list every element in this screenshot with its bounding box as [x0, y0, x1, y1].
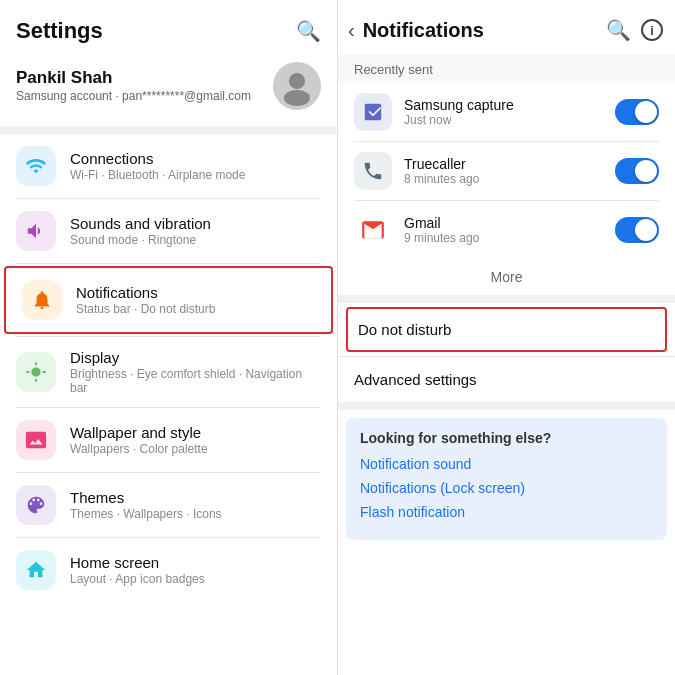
wallpaper-sub: Wallpapers · Color palette	[70, 442, 321, 456]
avatar	[273, 62, 321, 110]
profile-info: Pankil Shah Samsung account · pan*******…	[16, 68, 261, 105]
sounds-title: Sounds and vibration	[70, 215, 321, 232]
flash-notification-link[interactable]: Flash notification	[360, 504, 653, 520]
right-search-icon[interactable]: 🔍	[606, 18, 631, 42]
settings-item-connections[interactable]: Connections Wi-Fi · Bluetooth · Airplane…	[0, 134, 337, 198]
themes-text: Themes Themes · Wallpapers · Icons	[70, 489, 321, 521]
samsung-capture-toggle[interactable]	[615, 99, 659, 125]
notification-item-samsung-capture[interactable]: Samsung capture Just now	[338, 83, 675, 141]
notification-sound-link[interactable]: Notification sound	[360, 456, 653, 472]
profile-sub: Samsung account · pan*********@gmail.com	[16, 88, 261, 105]
right-header: ‹ Notifications 🔍 i	[338, 0, 675, 54]
home-title: Home screen	[70, 554, 321, 571]
home-icon	[16, 550, 56, 590]
wallpaper-text: Wallpaper and style Wallpapers · Color p…	[70, 424, 321, 456]
home-text: Home screen Layout · App icon badges	[70, 554, 321, 586]
back-button[interactable]: ‹	[348, 19, 355, 42]
settings-item-home[interactable]: Home screen Layout · App icon badges	[0, 538, 337, 602]
settings-title: Settings	[16, 18, 103, 44]
display-icon	[16, 352, 56, 392]
advanced-settings-item[interactable]: Advanced settings	[338, 357, 675, 402]
connections-sub: Wi-Fi · Bluetooth · Airplane mode	[70, 168, 321, 182]
left-panel: Settings 🔍 Pankil Shah Samsung account ·…	[0, 0, 338, 675]
right-divider	[338, 295, 675, 303]
gmail-time: 9 minutes ago	[404, 231, 603, 245]
gmail-name: Gmail	[404, 215, 603, 231]
notification-item-gmail[interactable]: Gmail 9 minutes ago	[338, 201, 675, 259]
truecaller-name: Truecaller	[404, 156, 603, 172]
samsung-capture-name: Samsung capture	[404, 97, 603, 113]
left-header: Settings 🔍	[0, 0, 337, 54]
svg-point-0	[289, 73, 305, 89]
display-text: Display Brightness · Eye comfort shield …	[70, 349, 321, 395]
recently-sent-label: Recently sent	[338, 54, 675, 83]
samsung-capture-time: Just now	[404, 113, 603, 127]
notification-item-truecaller[interactable]: Truecaller 8 minutes ago	[338, 142, 675, 200]
notifications-sub: Status bar · Do not disturb	[76, 302, 315, 316]
samsung-capture-icon	[354, 93, 392, 131]
settings-item-themes[interactable]: Themes Themes · Wallpapers · Icons	[0, 473, 337, 537]
samsung-capture-text: Samsung capture Just now	[404, 97, 603, 127]
display-sub: Brightness · Eye comfort shield · Naviga…	[70, 367, 321, 395]
themes-title: Themes	[70, 489, 321, 506]
wallpaper-icon	[16, 420, 56, 460]
sounds-sub: Sound mode · Ringtone	[70, 233, 321, 247]
notifications-title: Notifications	[76, 284, 315, 301]
more-button[interactable]: More	[338, 259, 675, 295]
gmail-icon	[354, 211, 392, 249]
sounds-icon	[16, 211, 56, 251]
truecaller-text: Truecaller 8 minutes ago	[404, 156, 603, 186]
search-icon[interactable]: 🔍	[296, 19, 321, 43]
connections-icon	[16, 146, 56, 186]
wallpaper-title: Wallpaper and style	[70, 424, 321, 441]
looking-title: Looking for something else?	[360, 430, 653, 446]
settings-item-sounds[interactable]: Sounds and vibration Sound mode · Ringto…	[0, 199, 337, 263]
notifications-text: Notifications Status bar · Do not distur…	[76, 284, 315, 316]
settings-item-display[interactable]: Display Brightness · Eye comfort shield …	[0, 337, 337, 407]
truecaller-toggle[interactable]	[615, 158, 659, 184]
truecaller-icon	[354, 152, 392, 190]
header-icons: 🔍 i	[606, 18, 663, 42]
divider-2	[16, 263, 321, 264]
home-sub: Layout · App icon badges	[70, 572, 321, 586]
connections-text: Connections Wi-Fi · Bluetooth · Airplane…	[70, 150, 321, 182]
right-divider-2	[338, 402, 675, 410]
do-not-disturb-item[interactable]: Do not disturb	[346, 307, 667, 352]
themes-icon	[16, 485, 56, 525]
divider	[0, 126, 337, 134]
themes-sub: Themes · Wallpapers · Icons	[70, 507, 321, 521]
settings-item-notifications[interactable]: Notifications Status bar · Do not distur…	[4, 266, 333, 334]
right-panel: ‹ Notifications 🔍 i Recently sent Samsun…	[338, 0, 675, 675]
notifications-page-title: Notifications	[363, 19, 600, 42]
svg-point-1	[284, 90, 310, 106]
display-title: Display	[70, 349, 321, 366]
settings-item-wallpaper[interactable]: Wallpaper and style Wallpapers · Color p…	[0, 408, 337, 472]
gmail-toggle[interactable]	[615, 217, 659, 243]
profile-section[interactable]: Pankil Shah Samsung account · pan*******…	[0, 54, 337, 126]
gmail-text: Gmail 9 minutes ago	[404, 215, 603, 245]
notifications-icon	[22, 280, 62, 320]
profile-name: Pankil Shah	[16, 68, 261, 88]
sounds-text: Sounds and vibration Sound mode · Ringto…	[70, 215, 321, 247]
notifications-lock-screen-link[interactable]: Notifications (Lock screen)	[360, 480, 653, 496]
info-icon[interactable]: i	[641, 19, 663, 41]
connections-title: Connections	[70, 150, 321, 167]
truecaller-time: 8 minutes ago	[404, 172, 603, 186]
looking-section: Looking for something else? Notification…	[346, 418, 667, 540]
